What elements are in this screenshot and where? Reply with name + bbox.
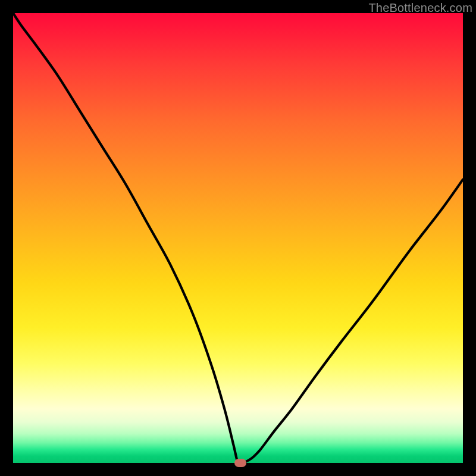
- optimal-point-marker: [234, 459, 246, 467]
- chart-plot-area: [13, 13, 463, 463]
- watermark-text: TheBottleneck.com: [368, 1, 472, 15]
- bottleneck-curve: [13, 13, 463, 463]
- chart-frame: TheBottleneck.com: [0, 0, 476, 476]
